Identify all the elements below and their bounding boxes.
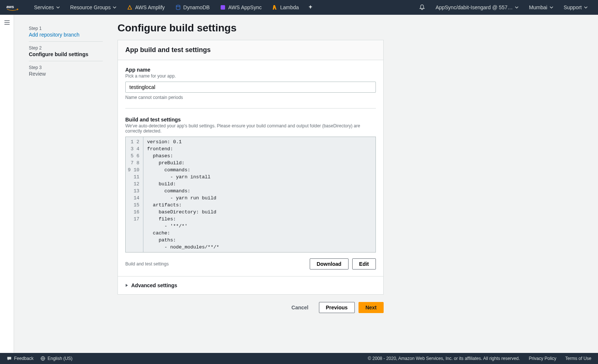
terms-link[interactable]: Terms of Use [565,356,591,361]
notifications-icon[interactable] [414,4,430,11]
sidebar-toggle[interactable] [0,15,14,353]
step-2: Step 2 Configure build settings [29,42,103,61]
wizard-steps: Step 1 Add repository branch Step 2 Conf… [29,22,118,313]
nav-resource-groups-label: Resource Groups [70,4,111,10]
nav-account[interactable]: AppSync/dabit-Isengard @ 557… [430,0,524,15]
advanced-label: Advanced settings [131,282,177,288]
nav-shortcut-amplify[interactable]: AWS Amplify [122,0,170,15]
wizard-actions: Cancel Previous Next [118,302,384,313]
nav-shortcut-lambda[interactable]: Lambda [267,0,304,15]
previous-button[interactable]: Previous [319,302,355,313]
svg-rect-2 [221,5,225,10]
nav-services[interactable]: Services [29,0,65,15]
settings-footer-label: Build and test settings [125,261,306,267]
shortcut-label: Lambda [280,4,299,10]
top-nav: aws Services Resource Groups AWS Amplify… [0,0,598,15]
support-label: Support [564,4,582,10]
step-title[interactable]: Add repository branch [29,32,103,38]
lambda-icon [272,4,278,10]
footer: Feedback English (US) © 2008 - 2020, Ama… [0,353,598,364]
feedback-link[interactable]: Feedback [7,356,34,361]
nav-support[interactable]: Support [558,0,593,15]
svg-text:aws: aws [6,4,14,9]
step-1[interactable]: Step 1 Add repository branch [29,22,103,42]
app-name-input[interactable] [125,82,376,93]
app-name-hint: Name cannot contain periods [125,95,376,100]
page-title: Configure build settings [118,22,384,34]
nav-shortcut-appsync[interactable]: AWS AppSync [215,0,267,15]
step-num: Step 3 [29,65,103,70]
chevron-down-icon [56,6,60,9]
shortcut-label: AWS Amplify [135,4,164,10]
feedback-label: Feedback [14,356,34,361]
nav-shortcut-dynamodb[interactable]: DynamoDB [170,0,215,15]
code-content: version: 0.1 frontend: phases: preBuild:… [143,137,376,252]
hamburger-icon [4,20,10,25]
panel-title: App build and test settings [118,40,383,60]
globe-icon [40,356,45,361]
code-gutter: 1 2 3 4 5 6 7 8 9 10 11 12 13 14 15 16 1… [126,137,143,252]
shortcut-label: AWS AppSync [228,4,262,10]
speech-bubble-icon [7,356,12,361]
step-3: Step 3 Review [29,61,103,80]
chevron-down-icon [113,6,116,9]
edit-button[interactable]: Edit [352,258,376,269]
app-name-label: App name [125,67,376,73]
step-title: Review [29,71,103,77]
nav-resource-groups[interactable]: Resource Groups [65,0,122,15]
app-name-desc: Pick a name for your app. [125,73,376,79]
privacy-link[interactable]: Privacy Policy [529,356,557,361]
build-settings-panel: App build and test settings App name Pic… [118,40,384,295]
copyright-text: © 2008 - 2020, Amazon Web Services, Inc.… [368,356,520,361]
language-selector[interactable]: English (US) [40,356,72,361]
step-num: Step 1 [29,26,103,31]
step-title: Configure build settings [29,51,103,57]
region-label: Mumbai [529,4,547,10]
language-label: English (US) [48,356,72,361]
pin-icon[interactable] [304,4,317,11]
nav-services-label: Services [34,4,54,10]
caret-right-icon [125,284,128,287]
appsync-icon [220,4,226,10]
account-label: AppSync/dabit-Isengard @ 557… [435,4,513,10]
nav-region[interactable]: Mumbai [524,0,558,15]
build-settings-label: Build and test settings [125,117,376,123]
next-button[interactable]: Next [359,302,384,313]
aws-logo[interactable]: aws [5,4,20,11]
chevron-down-icon [550,6,553,9]
build-settings-desc: We've auto-detected your app's build set… [125,123,376,134]
chevron-down-icon [515,6,519,9]
svg-point-1 [176,5,180,7]
shortcut-label: DynamoDB [183,4,210,10]
amplify-icon [127,4,133,10]
step-num: Step 2 [29,45,103,51]
cancel-button[interactable]: Cancel [285,302,315,313]
advanced-settings-toggle[interactable]: Advanced settings [118,276,383,294]
chevron-down-icon [584,6,588,9]
dynamodb-icon [175,4,181,10]
download-button[interactable]: Download [310,258,349,269]
code-editor[interactable]: 1 2 3 4 5 6 7 8 9 10 11 12 13 14 15 16 1… [125,137,376,253]
